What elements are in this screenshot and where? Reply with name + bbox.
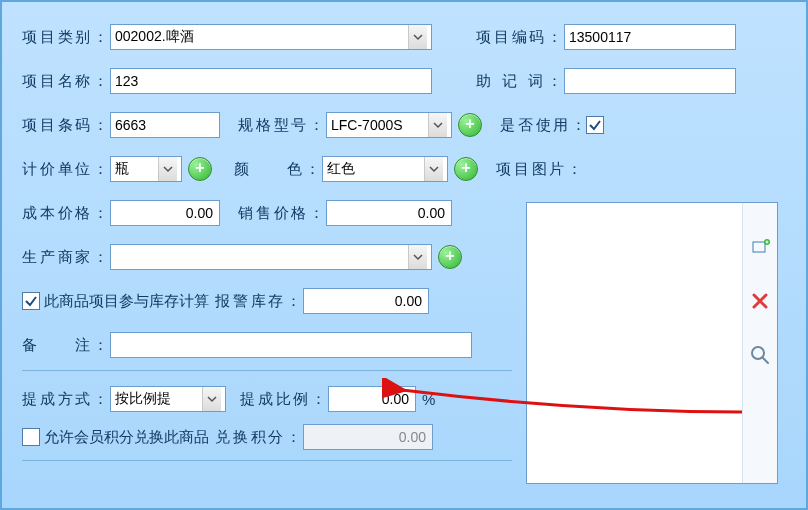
points-checkbox-label: 允许会员积分兑换此商品 [44, 428, 209, 447]
image-preview[interactable] [527, 203, 742, 483]
alarm-stock-input[interactable] [303, 288, 429, 314]
color-select[interactable]: 红色 [322, 156, 448, 182]
label-inuse: 是否使用 [500, 116, 586, 135]
add-spec-button[interactable]: + [458, 113, 482, 137]
add-image-icon [750, 239, 770, 255]
add-image-button[interactable] [748, 235, 772, 259]
divider [22, 460, 512, 461]
close-icon [751, 292, 769, 310]
delete-image-button[interactable] [748, 289, 772, 313]
label-remark: 备 注 [22, 336, 108, 355]
points-checkbox[interactable] [22, 428, 40, 446]
label-image: 项目图片 [496, 160, 582, 179]
chevron-down-icon [408, 25, 427, 49]
percent-label: % [422, 391, 435, 408]
label-alarm-stock: 报警库存 [215, 292, 301, 311]
name-input[interactable] [110, 68, 432, 94]
label-color: 颜 色 [234, 160, 320, 179]
mnemonic-input[interactable] [564, 68, 736, 94]
barcode-input[interactable] [110, 112, 220, 138]
sale-input[interactable] [326, 200, 452, 226]
divider [22, 370, 512, 371]
stock-checkbox[interactable] [22, 292, 40, 310]
label-mnemonic: 助 记 词 [476, 72, 562, 91]
label-commission-ratio: 提成比例 [240, 390, 326, 409]
category-select[interactable]: 002002.啤酒 [110, 24, 432, 50]
label-cost: 成本价格 [22, 204, 108, 223]
manufacturer-select[interactable] [110, 244, 432, 270]
chevron-down-icon [158, 157, 177, 181]
unit-select[interactable]: 瓶 [110, 156, 182, 182]
svg-rect-0 [753, 242, 765, 252]
chevron-down-icon [408, 245, 427, 269]
add-unit-button[interactable]: + [188, 157, 212, 181]
image-tools [742, 203, 777, 483]
label-exchange-points: 兑换积分 [215, 428, 301, 447]
label-sale: 销售价格 [238, 204, 324, 223]
form-area: 项目类别 002002.啤酒 项目编码 项目名称 助 记 词 项目条码 规格型号… [22, 12, 786, 498]
commission-ratio-input[interactable] [328, 386, 416, 412]
svg-point-2 [752, 347, 764, 359]
cost-input[interactable] [110, 200, 220, 226]
label-name: 项目名称 [22, 72, 108, 91]
label-spec: 规格型号 [238, 116, 324, 135]
remark-input[interactable] [110, 332, 472, 358]
exchange-points-input[interactable] [303, 424, 433, 450]
image-panel [526, 202, 778, 484]
label-manufacturer: 生产商家 [22, 248, 108, 267]
add-manufacturer-button[interactable]: + [438, 245, 462, 269]
chevron-down-icon [428, 113, 447, 137]
chevron-down-icon [424, 157, 443, 181]
inuse-checkbox[interactable] [586, 116, 604, 134]
zoom-image-button[interactable] [748, 343, 772, 367]
chevron-down-icon [202, 387, 221, 411]
label-commission-mode: 提成方式 [22, 390, 108, 409]
label-unit: 计价单位 [22, 160, 108, 179]
label-barcode: 项目条码 [22, 116, 108, 135]
label-code: 项目编码 [476, 28, 562, 47]
commission-mode-select[interactable]: 按比例提 [110, 386, 226, 412]
magnifier-icon [750, 345, 770, 365]
stock-checkbox-label: 此商品项目参与库存计算 [44, 292, 209, 311]
label-category: 项目类别 [22, 28, 108, 47]
add-color-button[interactable]: + [454, 157, 478, 181]
spec-select[interactable]: LFC-7000S [326, 112, 452, 138]
code-input[interactable] [564, 24, 736, 50]
